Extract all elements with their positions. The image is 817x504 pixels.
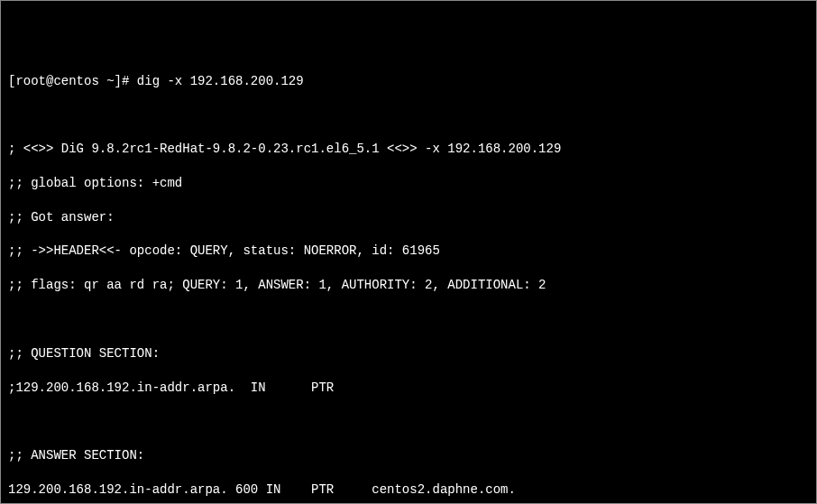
dig-version-line: ; <<>> DiG 9.8.2rc1-RedHat-9.8.2-0.23.rc… xyxy=(8,141,809,158)
answer-section-line: 129.200.168.192.in-addr.arpa. 600 IN PTR… xyxy=(8,481,809,499)
prompt-line-1: [root@centos ~]# dig -x 192.168.200.129 xyxy=(8,73,809,90)
answer-section-header: ;; ANSWER SECTION: xyxy=(8,447,809,464)
question-section-header: ;; QUESTION SECTION: xyxy=(8,345,809,362)
global-options-line: ;; global options: +cmd xyxy=(8,175,809,192)
got-answer-line: ;; Got answer: xyxy=(8,209,809,226)
header-line: ;; ->>HEADER<<- opcode: QUERY, status: N… xyxy=(8,243,809,260)
shell-prompt: [root@centos ~]# xyxy=(8,74,137,88)
blank-line xyxy=(8,106,809,124)
blank-line xyxy=(8,311,809,328)
question-section-line: ;129.200.168.192.in-addr.arpa. IN PTR xyxy=(8,380,809,397)
flags-line: ;; flags: qr aa rd ra; QUERY: 1, ANSWER:… xyxy=(8,277,809,294)
command-text: dig -x 192.168.200.129 xyxy=(137,74,304,88)
blank-line xyxy=(8,413,809,430)
